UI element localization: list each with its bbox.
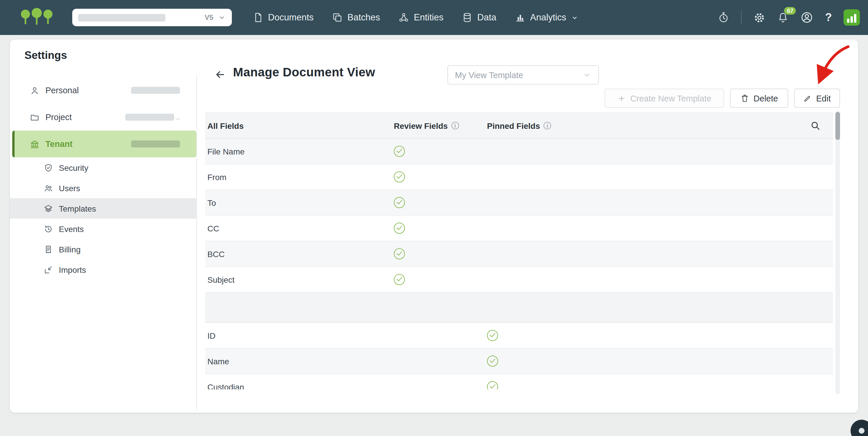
sidebar-item-billing[interactable]: Billing (10, 239, 196, 259)
nav-documents[interactable]: Documents (253, 12, 314, 23)
review-check-icon (394, 146, 405, 157)
create-new-template-button[interactable]: Create New Template (605, 89, 724, 108)
info-icon[interactable] (451, 122, 459, 129)
nav-label: Documents (268, 12, 314, 23)
sidebar-item-users[interactable]: Users (10, 178, 196, 198)
nav-entities[interactable]: Entities (399, 12, 444, 23)
view-title: Manage Document View (233, 65, 375, 79)
scrollbar-thumb[interactable] (835, 112, 840, 140)
notifications-bell-icon[interactable]: 67 (777, 12, 789, 23)
entities-icon (399, 12, 409, 23)
app-logo-icon[interactable] (20, 7, 54, 28)
table-row[interactable]: CC (205, 216, 833, 241)
sidebar-item-templates[interactable]: Templates (10, 198, 196, 219)
annotation-arrow (802, 42, 855, 87)
history-clock-icon (44, 224, 53, 233)
person-icon (30, 85, 40, 95)
screen: V5 Documents Batches (0, 0, 868, 436)
sidebar-item-events[interactable]: Events (10, 219, 196, 239)
sidebar-item-tenant[interactable]: Tenant (12, 130, 196, 157)
sidebar-item-personal[interactable]: Personal (10, 77, 196, 104)
column-header-pinned-fields: Pinned Fields (485, 121, 833, 130)
table-row[interactable]: From (205, 164, 833, 190)
gear-icon[interactable] (753, 11, 766, 24)
field-name: CC (205, 224, 392, 233)
field-name: Name (205, 356, 392, 366)
field-name: From (205, 172, 392, 181)
pinned-check-icon (487, 381, 498, 389)
column-header-label: Pinned Fields (487, 121, 540, 130)
table-row[interactable]: File Name (205, 139, 833, 164)
sidebar-item-label: Personal (45, 86, 79, 95)
import-icon (44, 265, 53, 274)
nav-data[interactable]: Data (462, 12, 497, 23)
case-version-label: V5 (205, 13, 213, 22)
manage-view-panel: Manage Document View My View Template Cr… (197, 40, 858, 413)
batches-icon (332, 12, 343, 23)
table-row[interactable]: Name (205, 349, 833, 374)
search-icon[interactable] (810, 121, 820, 130)
nav-label: Batches (347, 12, 380, 23)
sidebar-item-label: Templates (59, 204, 96, 213)
table-row[interactable]: Subject (205, 267, 833, 293)
user-avatar-icon[interactable] (801, 11, 813, 24)
plus-icon (618, 94, 626, 102)
folder-icon (30, 112, 40, 122)
field-name: Custodian (205, 382, 392, 389)
button-label: Delete (753, 93, 778, 103)
shield-icon (44, 163, 53, 172)
chevron-down-icon (571, 14, 579, 21)
column-header-review-fields: Review Fields (392, 121, 485, 130)
database-icon (462, 12, 473, 23)
template-dropdown[interactable]: My View Template (447, 65, 599, 85)
review-check-icon (394, 223, 405, 234)
back-arrow-button[interactable] (213, 68, 227, 82)
top-navbar: V5 Documents Batches (0, 0, 868, 35)
receipt-icon (44, 244, 53, 254)
chat-widget-button[interactable] (850, 420, 868, 436)
sidebar-item-security[interactable]: Security (10, 157, 196, 178)
chevron-down-icon (583, 70, 591, 79)
sidebar-item-label: Tenant (45, 139, 72, 149)
table-row[interactable]: Custodian (205, 374, 833, 389)
pinned-check-icon (487, 355, 498, 367)
pinned-check-icon (487, 330, 498, 341)
field-group-separator (205, 293, 833, 323)
column-header-all-fields: All Fields (205, 121, 392, 130)
sidebar-item-label: Billing (59, 244, 81, 254)
nav-analytics[interactable]: Analytics (515, 12, 579, 23)
help-icon[interactable]: ? (825, 11, 832, 24)
field-name: BCC (205, 249, 392, 259)
nav-batches[interactable]: Batches (332, 12, 380, 23)
info-icon[interactable] (544, 122, 551, 129)
layers-icon (44, 204, 53, 213)
table-row[interactable]: BCC (205, 241, 833, 267)
usage-meter-icon[interactable] (843, 9, 860, 26)
nav-label: Entities (414, 12, 444, 23)
case-selector[interactable]: V5 (72, 9, 232, 26)
trash-icon (740, 94, 749, 103)
timer-icon[interactable] (718, 12, 730, 23)
pencil-icon (803, 94, 811, 102)
redacted-case-name (78, 14, 165, 21)
button-label: Create New Template (630, 93, 711, 103)
redacted-text (126, 114, 175, 121)
bar-chart-icon (515, 12, 525, 23)
settings-page: Settings Personal Project .. (0, 35, 868, 436)
nav-label: Analytics (530, 12, 566, 23)
field-name: To (205, 198, 392, 207)
sidebar-item-label: Imports (59, 265, 86, 274)
settings-card: Settings Personal Project .. (10, 40, 858, 413)
table-row[interactable]: ID (205, 323, 833, 349)
review-check-icon (394, 274, 405, 285)
sidebar-item-project[interactable]: Project .. (10, 104, 196, 130)
sidebar-item-imports[interactable]: Imports (10, 259, 196, 280)
table-row[interactable]: To (205, 190, 833, 216)
table-header-row: All Fields Review Fields Pinned Fields (205, 113, 833, 139)
delete-button[interactable]: Delete (730, 89, 788, 108)
edit-button[interactable]: Edit (794, 89, 840, 108)
field-group-email: File Name From To (205, 139, 833, 293)
settings-sidebar: Personal Project .. Tenant (10, 77, 196, 280)
template-dropdown-value: My View Template (455, 70, 523, 80)
button-label: Edit (816, 93, 831, 103)
